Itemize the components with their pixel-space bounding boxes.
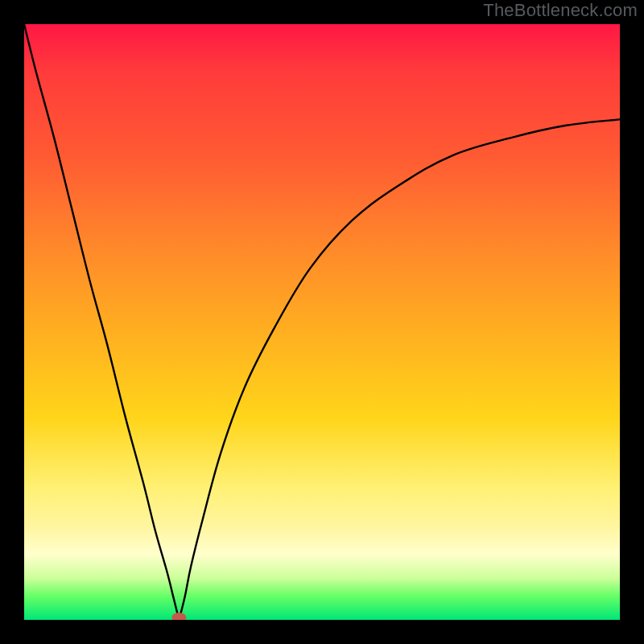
watermark-text: TheBottleneck.com <box>483 0 638 21</box>
chart-curve-svg <box>24 24 620 620</box>
chart-frame: TheBottleneck.com <box>0 0 644 644</box>
bottleneck-curve-path <box>24 24 620 620</box>
minimum-marker <box>171 613 186 620</box>
chart-curve-layer <box>24 24 620 620</box>
chart-plot-area <box>24 24 620 620</box>
